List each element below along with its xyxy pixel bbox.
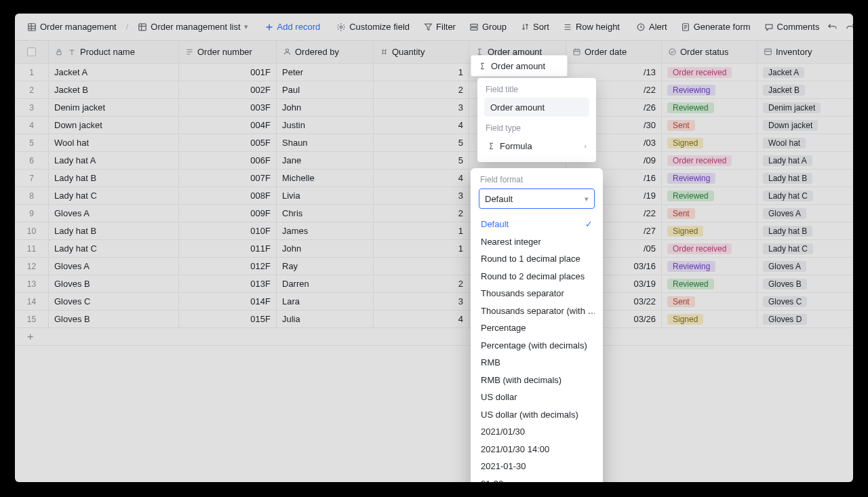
cell-inventory[interactable]: Gloves C [757, 293, 853, 310]
checkbox-icon[interactable] [27, 47, 36, 56]
table-row[interactable]: 15Gloves B015FJulia403/26SignedGloves D [15, 311, 853, 328]
cell-order-number[interactable]: 007F [179, 170, 277, 186]
table-row[interactable]: 7Lady hat B007FMichelle4/16ReviewingLady… [15, 170, 853, 187]
cell-order-status[interactable]: Signed [662, 311, 757, 327]
cell-product[interactable]: Down jacket [49, 117, 179, 134]
cell-ordered-by[interactable]: Peter [277, 64, 374, 81]
table-row[interactable]: 12Gloves A012FRay03/16ReviewingGloves A [15, 258, 853, 275]
cell-order-number[interactable]: 012F [179, 258, 277, 275]
table-row[interactable]: 8Lady hat C008FLivia3/19ReviewedLady hat… [15, 187, 853, 205]
cell-quantity[interactable]: 4 [374, 311, 469, 327]
cell-order-status[interactable]: Signed [662, 134, 757, 151]
cell-inventory[interactable]: Wool hat [757, 134, 853, 151]
cell-product[interactable]: Lady hat C [49, 240, 179, 257]
cell-ordered-by[interactable]: Shaun [277, 134, 374, 151]
cell-ordered-by[interactable]: Michelle [277, 170, 374, 186]
cell-quantity[interactable]: 1 [374, 240, 469, 257]
format-option[interactable]: RMB [479, 354, 595, 372]
cell-order-number[interactable]: 014F [179, 293, 277, 310]
table-row[interactable]: 11Lady hat C011FJohn1/05Order receivedLa… [15, 240, 853, 258]
cell-product[interactable]: Jacket A [49, 64, 179, 81]
cell-ordered-by[interactable]: Chris [277, 205, 374, 222]
format-option[interactable]: Round to 1 decimal place [479, 250, 595, 268]
field-format-select[interactable]: Default ▾ [479, 188, 595, 209]
cell-inventory[interactable]: Jacket A [757, 64, 853, 81]
cell-order-status[interactable]: Reviewed [662, 187, 757, 204]
generate-form-button[interactable]: Generate form [675, 19, 756, 35]
cell-order-status[interactable]: Sent [662, 117, 757, 134]
cell-quantity[interactable]: 3 [374, 99, 469, 116]
cell-inventory[interactable]: Down jacket [757, 117, 853, 134]
format-option[interactable]: US dollar [479, 389, 595, 406]
table-row[interactable]: 3Denim jacket003FJohn3/26ReviewedDenim j… [15, 99, 853, 117]
cell-product[interactable]: Lady hat B [49, 170, 179, 186]
cell-inventory[interactable]: Jacket B [757, 81, 853, 98]
group-button[interactable]: Group [464, 19, 512, 35]
cell-inventory[interactable]: Lady hat B [757, 170, 853, 186]
cell-order-status[interactable]: Reviewed [662, 275, 757, 292]
view-selector[interactable]: Order management list ▾ [132, 19, 253, 35]
cell-ordered-by[interactable]: Lara [277, 293, 374, 310]
cell-ordered-by[interactable]: John [277, 240, 374, 257]
table-row[interactable]: 1Jacket A001FPeter1/13Order receivedJack… [15, 64, 853, 81]
cell-quantity[interactable]: 3 [374, 187, 469, 204]
cell-order-number[interactable]: 003F [179, 99, 277, 116]
table-row[interactable]: 6Lady hat A006FJane5/09Order receivedLad… [15, 152, 853, 170]
cell-quantity[interactable]: 2 [374, 81, 469, 98]
cell-quantity[interactable]: 3 [374, 293, 469, 310]
cell-inventory[interactable]: Gloves A [757, 258, 853, 275]
cell-order-status[interactable]: Reviewing [662, 81, 757, 98]
cell-product[interactable]: Lady hat B [49, 222, 179, 239]
format-option[interactable]: 2021/01/30 14:00 [479, 441, 595, 458]
cell-product[interactable]: Gloves A [49, 258, 179, 275]
cell-ordered-by[interactable]: Livia [277, 187, 374, 204]
cell-product[interactable]: Gloves A [49, 205, 179, 222]
cell-order-status[interactable]: Reviewed [662, 99, 757, 116]
cell-inventory[interactable]: Gloves A [757, 205, 853, 222]
col-product-name[interactable]: Product name [49, 41, 179, 63]
cell-product[interactable]: Denim jacket [49, 99, 179, 116]
cell-quantity[interactable]: 4 [374, 117, 469, 134]
cell-order-number[interactable]: 002F [179, 81, 277, 98]
col-quantity[interactable]: Quantity [374, 41, 469, 63]
cell-order-status[interactable]: Order received [662, 64, 757, 81]
cell-quantity[interactable] [374, 258, 469, 275]
cell-ordered-by[interactable]: Darren [277, 275, 374, 292]
cell-inventory[interactable]: Gloves B [757, 275, 853, 292]
redo-icon[interactable] [846, 22, 853, 32]
format-option[interactable]: Percentage (with decimals) [479, 337, 595, 355]
col-order-date[interactable]: Order date [566, 41, 662, 63]
cell-ordered-by[interactable]: James [277, 222, 374, 239]
cell-order-status[interactable]: Sent [662, 293, 757, 310]
cell-order-number[interactable]: 008F [179, 187, 277, 204]
undo-icon[interactable] [827, 22, 837, 32]
cell-order-status[interactable]: Sent [662, 205, 757, 222]
table-row[interactable]: 5Wool hat005FShaun5/03SignedWool hat [15, 134, 853, 152]
cell-order-number[interactable]: 006F [179, 152, 277, 169]
cell-order-number[interactable]: 015F [179, 311, 277, 327]
cell-product[interactable]: Gloves C [49, 293, 179, 310]
format-option[interactable]: US dollar (with decimals) [479, 406, 595, 424]
format-option[interactable]: 2021/01/30 [479, 423, 595, 441]
cell-inventory[interactable]: Denim jacket [757, 99, 853, 116]
cell-order-status[interactable]: Reviewing [662, 258, 757, 275]
table-row[interactable]: 13Gloves B013FDarren203/19ReviewedGloves… [15, 275, 853, 293]
col-order-status[interactable]: Order status [662, 41, 757, 63]
cell-inventory[interactable]: Lady hat B [757, 222, 853, 239]
select-all-cell[interactable] [15, 41, 49, 63]
cell-order-number[interactable]: 009F [179, 205, 277, 222]
cell-ordered-by[interactable]: Ray [277, 258, 374, 275]
cell-quantity[interactable]: 1 [374, 64, 469, 81]
cell-quantity[interactable]: 2 [374, 205, 469, 222]
cell-ordered-by[interactable]: Jane [277, 152, 374, 169]
sort-button[interactable]: Sort [515, 19, 555, 35]
table-row[interactable]: 9Gloves A009FChris2/22SentGloves A [15, 205, 853, 222]
cell-order-number[interactable]: 010F [179, 222, 277, 239]
cell-order-number[interactable]: 005F [179, 134, 277, 151]
cell-order-number[interactable]: 001F [179, 64, 277, 81]
cell-order-status[interactable]: Signed [662, 222, 757, 239]
format-option[interactable]: Thousands separator [479, 285, 595, 302]
cell-product[interactable]: Wool hat [49, 134, 179, 151]
format-option[interactable]: Default✓ [479, 216, 595, 233]
format-option[interactable]: Percentage [479, 319, 595, 337]
